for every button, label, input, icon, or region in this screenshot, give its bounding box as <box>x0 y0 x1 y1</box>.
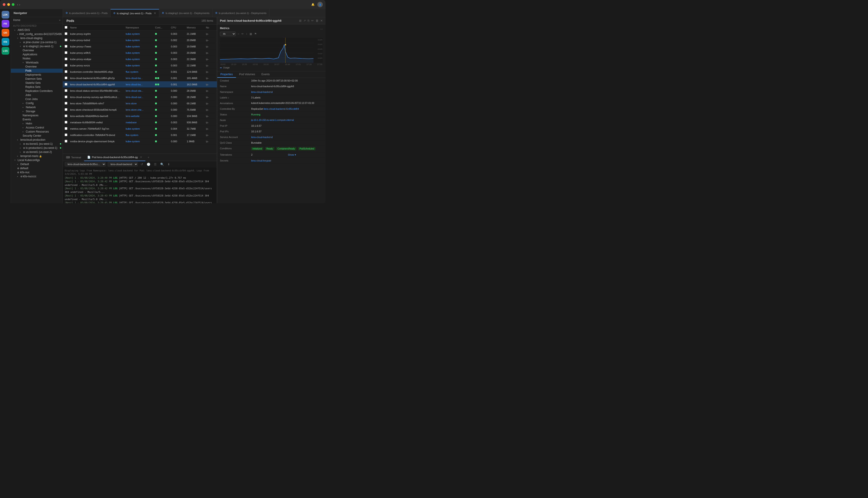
prop-service-account-link[interactable]: lens-cloud-backend <box>251 136 323 139</box>
pod-namespace[interactable]: flux-system <box>126 70 155 73</box>
table-row[interactable]: lens-store-7b5dd999d4-rsfm7 lens-store 0… <box>63 100 217 107</box>
row-checkbox[interactable] <box>65 70 70 74</box>
sidebar-item-jobs[interactable]: Jobs <box>11 93 63 97</box>
checkbox[interactable] <box>65 32 67 35</box>
cluster-pr[interactable]: PR <box>2 20 9 28</box>
sidebar-item-iam[interactable]: ▸ IAM_config_access-841310725496 🔒 <box>11 32 63 36</box>
table-row[interactable]: kustomize-controller-9dcbd4695-zlsjs flu… <box>63 69 217 75</box>
sidebar-item-storage[interactable]: ▸ Storage <box>11 109 63 113</box>
row-checkbox[interactable] <box>65 108 70 112</box>
sidebar-item-config[interactable]: ▸ Config <box>11 101 63 105</box>
sidebar-item-network[interactable]: ▸ Network <box>11 105 63 109</box>
table-row[interactable]: lens-cloud-backend-6c95ccbf84-qgph8 lens… <box>63 81 217 88</box>
maximize-button[interactable] <box>12 3 14 6</box>
row-checkbox[interactable] <box>65 121 70 124</box>
tab-lc-production1-pods[interactable]: ⚙ lc-production1 (eu-west-1) - Pods <box>63 9 111 17</box>
sidebar-item-security-center[interactable]: Security Center <box>11 134 63 138</box>
pod-namespace[interactable]: kube-system <box>126 52 155 54</box>
checkbox[interactable] <box>65 77 67 79</box>
sidebar-item-lenscloud-production[interactable]: ▸ lenscloud-production <box>11 138 63 142</box>
sidebar-item-lens-cloud-staging[interactable]: ▾ lens-cloud-staging <box>11 36 63 40</box>
sidebar-item-k0s-nucccc[interactable]: ▸ ⚙ k0s-nucccc <box>11 174 63 179</box>
checkbox[interactable] <box>65 108 67 111</box>
namespace-selector[interactable]: lens-cloud-backend <box>107 162 138 167</box>
sidebar-item-lensprod-mario[interactable]: ▸ lensprod-mario 🔒 <box>11 154 63 158</box>
row-checkbox[interactable] <box>65 83 70 86</box>
add-tab-button[interactable]: + <box>145 156 151 159</box>
col-header-node[interactable]: No <box>206 26 215 29</box>
metrics-more-icon[interactable]: ⋯ <box>320 28 323 31</box>
sidebar-item-namespaces[interactable]: Namespaces <box>11 113 63 117</box>
checkbox[interactable] <box>65 140 67 143</box>
table-row[interactable]: kube-proxy-lsdnd kube-system 0.002 20.8M… <box>63 37 217 43</box>
checkbox[interactable] <box>65 70 67 73</box>
sidebar-item-applications[interactable]: Applications <box>11 52 63 56</box>
pod-namespace[interactable]: flux-system <box>126 134 155 136</box>
pencil-icon[interactable]: ✏ <box>241 32 244 36</box>
minimize-button[interactable] <box>7 3 10 6</box>
table-row[interactable]: kube-proxy-w9fc5 kube-system 0.003 20.0M… <box>63 50 217 56</box>
pod-namespace[interactable]: lens-cloud-ba... <box>126 83 155 86</box>
row-checkbox[interactable] <box>65 133 70 136</box>
home-selector[interactable]: Home ▾ <box>11 17 63 23</box>
tab-lc-staging1-deployments[interactable]: ⚙ lc-staging1 (eu-west-1) - Deployments <box>159 9 212 17</box>
circle-icon[interactable]: ○ <box>237 32 240 36</box>
pod-namespace[interactable]: lens-cloud-sta... <box>126 89 155 92</box>
sidebar-item-events[interactable]: Events <box>11 117 63 121</box>
sidebar-item-pods[interactable]: Pods <box>11 69 63 73</box>
pod-namespace[interactable]: lens-cloud-sur... <box>126 96 155 99</box>
checkbox[interactable] <box>65 51 67 54</box>
clock-icon[interactable]: 🕐 <box>146 162 151 167</box>
checkbox[interactable] <box>65 83 67 86</box>
col-header-namespace[interactable]: Namespace <box>126 26 155 29</box>
sidebar-item-cron-jobs[interactable]: Cron Jobs <box>11 97 63 101</box>
col-header-name[interactable]: Name <box>70 26 120 29</box>
sidebar-item-aws-eks[interactable]: ▸ AWS EKS <box>11 28 63 32</box>
tab-pod-volumes[interactable]: Pod Volumes <box>236 71 258 78</box>
prop-namespace-link[interactable]: lens-cloud-backend <box>251 91 323 93</box>
download-icon[interactable]: ⬇ <box>167 162 171 167</box>
sidebar-item-default-kube[interactable]: ⚙ default <box>11 166 63 170</box>
prop-node-link[interactable]: ip-10-1-19-150.eu-west-1.compute.interna… <box>251 119 323 121</box>
delete-icon[interactable]: 🗑 <box>316 19 319 22</box>
checkbox[interactable] <box>65 121 67 123</box>
refresh-icon[interactable]: ↕ <box>245 32 248 36</box>
cluster-kn[interactable]: KN <box>2 38 9 45</box>
table-row[interactable]: nvidia-device-plugin-daemonset-5nkpk kub… <box>63 138 217 145</box>
checkbox[interactable] <box>65 64 67 67</box>
sidebar-item-lc-production1[interactable]: ▸ ⚙ lc-production1 (eu-west-1) <box>11 146 63 150</box>
checkbox[interactable] <box>65 57 67 60</box>
table-row[interactable]: metabase-6c6fb685f4-vwlkd metabase 0.003… <box>63 119 217 126</box>
row-checkbox[interactable] <box>65 115 70 118</box>
back-button[interactable]: ‹ <box>17 3 18 6</box>
pod-namespace[interactable]: kube-system <box>126 39 155 41</box>
forward-button[interactable]: › <box>19 3 20 6</box>
tab-lc-staging1-pods[interactable]: ⚙ lc-staging1 (eu-west-1) - Pods ✕ <box>111 9 159 17</box>
row-checkbox[interactable] <box>65 127 70 130</box>
show-tolerations-link[interactable]: Show ▾ <box>288 153 323 156</box>
sidebar-item-nodes[interactable]: Nodes <box>11 56 63 61</box>
flag-icon[interactable]: ⚑ <box>254 32 257 36</box>
reload-icon[interactable]: ↺ <box>140 162 144 167</box>
sidebar-item-k0s-nuc[interactable]: ⚙ k0s-nuc <box>11 170 63 174</box>
sidebar-item-local-kubeconfigs[interactable]: ▾ Local Kubeconfigs <box>11 158 63 162</box>
row-checkbox[interactable] <box>65 95 70 99</box>
sidebar-item-workloads-overview[interactable]: Overview <box>11 65 63 69</box>
table-row[interactable]: kube-proxy-xsdqw kube-system 0.003 22.3M… <box>63 56 217 62</box>
pod-namespace[interactable]: kube-system <box>126 64 155 67</box>
sidebar-item-jime-cluster[interactable]: ▸ ⚙ jime-cluster (ca-central-1) <box>11 40 63 44</box>
row-checkbox[interactable] <box>65 45 70 48</box>
grid-icon[interactable]: ⊞ <box>299 19 302 22</box>
prop-secrets-link[interactable]: lens-cloud-keypair <box>251 159 323 162</box>
table-row[interactable]: lens-website-66dd48f4cb-bwmv8 lens-websi… <box>63 113 217 119</box>
sidebar-item-workloads[interactable]: ▾ Workloads <box>11 61 63 65</box>
pod-namespace[interactable]: lens-website <box>126 115 155 117</box>
checkbox[interactable] <box>65 133 67 136</box>
cluster-ldk[interactable]: LDK <box>2 11 9 18</box>
row-checkbox[interactable] <box>65 57 70 61</box>
pod-namespace[interactable]: metabase <box>126 121 155 124</box>
checkbox-all[interactable] <box>65 26 67 29</box>
sidebar-item-custom-resources[interactable]: ▸ Custom Resources <box>11 130 63 134</box>
cluster-or[interactable]: OR <box>2 29 9 37</box>
row-checkbox[interactable] <box>65 64 70 67</box>
